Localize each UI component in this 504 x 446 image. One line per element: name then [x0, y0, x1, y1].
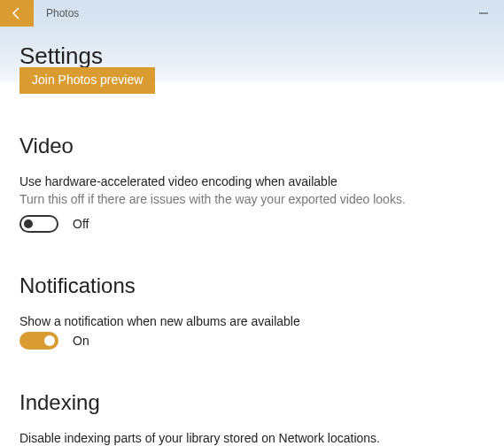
- section-heading-notifications: Notifications: [19, 273, 485, 298]
- video-toggle[interactable]: [19, 215, 58, 233]
- video-toggle-row: Off: [19, 215, 485, 233]
- titlebar: Photos: [0, 0, 504, 27]
- section-indexing: Indexing Disable indexing parts of your …: [19, 390, 485, 446]
- video-setting-label: Use hardware-accelerated video encoding …: [19, 174, 485, 188]
- indexing-setting-label: Disable indexing parts of your library s…: [19, 431, 485, 445]
- notifications-toggle-state: On: [73, 334, 89, 348]
- section-heading-video: Video: [19, 134, 485, 158]
- minimize-icon: [478, 8, 489, 19]
- arrow-left-icon: [10, 6, 24, 20]
- section-notifications: Notifications Show a notification when n…: [19, 273, 485, 350]
- section-video: Video Use hardware-accelerated video enc…: [19, 134, 485, 233]
- join-preview-button[interactable]: Join Photos preview: [19, 67, 155, 94]
- app-title: Photos: [34, 0, 463, 27]
- toggle-knob: [44, 335, 55, 346]
- back-button[interactable]: [0, 0, 34, 27]
- notifications-setting-label: Show a notification when new albums are …: [19, 314, 485, 328]
- minimize-button[interactable]: [463, 0, 504, 27]
- toggle-knob: [24, 219, 33, 228]
- section-heading-indexing: Indexing: [19, 390, 485, 415]
- content-area: Join Photos preview Video Use hardware-a…: [0, 82, 504, 446]
- page-title: Settings: [19, 42, 485, 70]
- notifications-toggle-row: On: [19, 332, 485, 350]
- notifications-toggle[interactable]: [19, 332, 58, 350]
- video-setting-description: Turn this off if there are issues with t…: [19, 192, 485, 206]
- video-toggle-state: Off: [73, 217, 89, 231]
